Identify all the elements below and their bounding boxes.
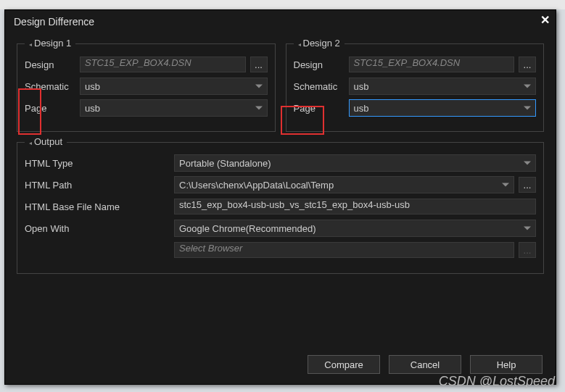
open-with-label: Open With <box>25 223 170 234</box>
cancel-button[interactable]: Cancel <box>389 355 461 374</box>
html-type-value: Portable (Standalone) <box>179 158 271 169</box>
chevron-down-icon <box>255 85 263 88</box>
help-button[interactable]: Help <box>470 355 543 374</box>
design1-schematic-value: usb <box>85 81 100 92</box>
design2-schematic-label: Schematic <box>294 81 345 92</box>
chevron-down-icon <box>524 162 531 165</box>
design2-design-label: Design <box>294 59 345 70</box>
select-browser-input[interactable]: Select Browser <box>174 242 514 258</box>
titlebar: Design Difference ✕ <box>5 10 556 33</box>
base-name-input[interactable]: stc15_exp_box4-usb-usb_vs_stc15_exp_box4… <box>174 199 536 214</box>
close-icon[interactable]: ✕ <box>540 13 550 27</box>
design-row: Design 1 Design STC15_EXP_BOX4.DSN ... S… <box>17 38 544 132</box>
design2-group: Design 2 Design STC15_EXP_BOX4.DSN ... S… <box>286 43 545 132</box>
design1-page-combo[interactable]: usb <box>80 99 268 117</box>
html-type-combo[interactable]: Portable (Standalone) <box>174 154 536 172</box>
html-type-label: HTML Type <box>25 158 170 169</box>
output-title: Output <box>25 136 67 147</box>
design1-design-input[interactable]: STC15_EXP_BOX4.DSN <box>80 57 246 72</box>
dialog-title: Design Difference <box>14 16 94 28</box>
dialog-buttons: Compare Cancel Help <box>308 355 543 374</box>
dialog-body: Design 1 Design STC15_EXP_BOX4.DSN ... S… <box>5 33 556 283</box>
design2-schematic-value: usb <box>354 81 369 92</box>
design1-title: Design 1 <box>25 38 75 49</box>
design2-page-label: Page <box>294 103 345 114</box>
chevron-down-icon <box>524 85 531 88</box>
design2-browse-button[interactable]: ... <box>519 57 536 72</box>
compare-button[interactable]: Compare <box>308 355 380 374</box>
base-name-label: HTML Base File Name <box>25 201 170 212</box>
open-with-value: Google Chrome(Recommended) <box>179 223 316 234</box>
design1-design-label: Design <box>25 59 75 70</box>
open-with-combo[interactable]: Google Chrome(Recommended) <box>174 220 536 237</box>
chevron-down-icon <box>524 107 531 110</box>
design2-page-value: usb <box>354 103 369 114</box>
design1-group: Design 1 Design STC15_EXP_BOX4.DSN ... S… <box>17 43 276 132</box>
html-path-label: HTML Path <box>25 180 170 191</box>
design2-page-combo[interactable]: usb <box>349 99 537 117</box>
design2-title: Design 2 <box>294 38 345 49</box>
output-group: Output HTML Type Portable (Standalone) H… <box>17 142 544 274</box>
design1-schematic-label: Schematic <box>25 81 75 92</box>
html-path-browse-button[interactable]: ... <box>519 177 536 193</box>
design1-page-value: usb <box>85 103 100 114</box>
design2-schematic-combo[interactable]: usb <box>349 78 537 95</box>
html-path-value: C:\Users\chenx\AppData\Local\Temp <box>179 180 334 191</box>
design1-page-label: Page <box>25 103 75 114</box>
chevron-down-icon <box>524 227 531 230</box>
design1-schematic-combo[interactable]: usb <box>80 78 268 95</box>
html-path-combo[interactable]: C:\Users\chenx\AppData\Local\Temp <box>174 176 514 193</box>
select-browser-browse-button: ... <box>519 242 536 258</box>
chevron-down-icon <box>502 183 509 187</box>
chevron-down-icon <box>255 107 263 110</box>
app-ruler <box>0 0 565 9</box>
design2-design-input[interactable]: STC15_EXP_BOX4.DSN <box>349 57 515 72</box>
design-difference-dialog: Design Difference ✕ Design 1 Design STC1… <box>4 9 556 385</box>
design1-browse-button[interactable]: ... <box>250 57 268 72</box>
